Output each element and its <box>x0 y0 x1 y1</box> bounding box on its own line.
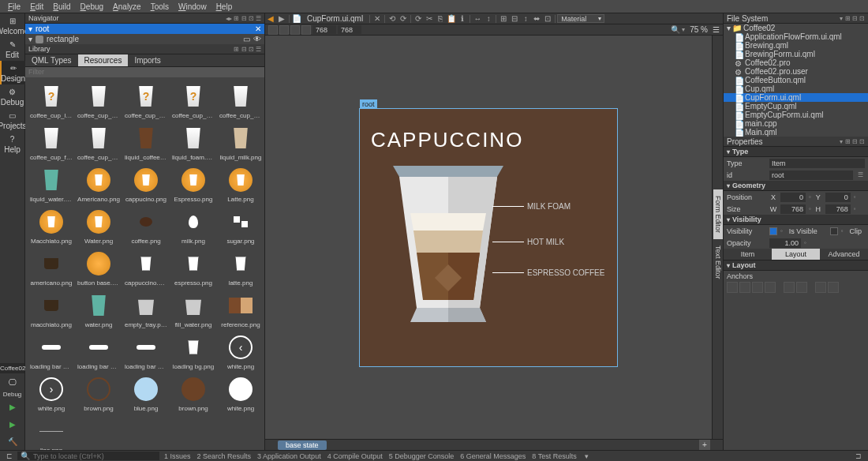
add-state-button[interactable]: + <box>699 440 710 451</box>
menu-debug[interactable]: Debug <box>76 2 108 11</box>
activity-welcome[interactable]: ⊞Welcome <box>0 13 25 37</box>
resource-item[interactable]: line.png <box>28 415 74 450</box>
resource-item[interactable]: coffee_cup_shadow.... <box>76 122 122 163</box>
output-tab[interactable]: 4 Compile Output <box>324 452 386 460</box>
fs-item[interactable]: 📄main.cpp <box>724 119 868 128</box>
state-item[interactable]: base state <box>278 440 327 450</box>
fs-item[interactable]: 📄CoffeeButton.qml <box>724 76 868 84</box>
locator-input[interactable] <box>33 452 156 460</box>
size-h[interactable]: 768 <box>825 204 851 214</box>
resource-item[interactable]: milk.png <box>170 206 216 246</box>
resource-item[interactable]: liquid_foam.png <box>170 122 216 163</box>
library-tab-qml-types[interactable]: QML Types <box>25 54 78 66</box>
navigator-search[interactable]: ▾ ✕ <box>25 24 264 34</box>
text-editor-tab[interactable]: Text Editor <box>713 239 723 286</box>
resource-item[interactable]: coffee_cup_coverplat... <box>170 81 216 121</box>
resource-item[interactable]: espresso.png <box>170 248 216 288</box>
resource-item[interactable]: coffee_cup_coverplat... <box>218 81 264 121</box>
menu-window[interactable]: Window <box>174 2 211 11</box>
resource-item[interactable]: empty_tray.png <box>123 290 169 330</box>
design-root[interactable]: root CAPPUCCINO <box>359 108 618 367</box>
height-field[interactable]: 768 <box>338 25 361 34</box>
resource-item[interactable]: loading bar 2.png <box>76 332 122 372</box>
resource-item[interactable]: ›white.png <box>28 373 74 414</box>
zoom-icon[interactable]: 🔍 <box>671 25 680 34</box>
resource-item[interactable]: reference.png <box>218 290 264 330</box>
resource-item[interactable]: coffee_cup_outline.p... <box>76 81 122 121</box>
menu-edit[interactable]: Edit <box>25 2 48 11</box>
resource-item[interactable]: fill_water.png <box>170 290 216 330</box>
resource-item[interactable]: loading bg.png <box>170 332 216 372</box>
menu-file[interactable]: File <box>3 2 25 11</box>
fs-root[interactable]: ▾📁Coffee02 <box>724 24 868 32</box>
ruler-btn[interactable] <box>268 25 278 35</box>
pos-y[interactable]: 0 <box>825 193 851 202</box>
run-button[interactable]: ▶ <box>0 398 25 415</box>
resource-item[interactable]: brown.png <box>76 373 122 414</box>
close-file-icon[interactable]: ✕ <box>372 13 383 24</box>
resource-item[interactable]: americano.png <box>28 248 74 288</box>
build-button[interactable]: 🔨 <box>0 433 25 450</box>
activity-projects[interactable]: ▭Projects <box>0 108 25 132</box>
visible-checkbox[interactable] <box>769 227 777 235</box>
filter-input[interactable] <box>28 68 261 76</box>
fs-item[interactable]: 📄CupForm.ui.qml <box>724 93 868 102</box>
id-field[interactable]: root <box>769 171 853 180</box>
library-tab-resources[interactable]: Resources <box>78 54 129 66</box>
resource-item[interactable]: liquid_coffee.png <box>123 122 169 163</box>
output-tab[interactable]: 3 Application Output <box>254 452 324 460</box>
toggle-sidebar-icon[interactable]: ⊏ <box>3 452 16 460</box>
resource-item[interactable]: Macchiato.png <box>28 206 74 246</box>
output-tab[interactable]: 5 Debugger Console <box>386 452 458 460</box>
style-combo[interactable]: Material <box>557 14 604 23</box>
resource-item[interactable]: white.png <box>218 373 264 414</box>
fs-item[interactable]: 📄ApplicationFlowForm.ui.qml <box>724 32 868 41</box>
type-section[interactable]: Type <box>724 147 868 157</box>
menu-analyze[interactable]: Analyze <box>108 2 146 11</box>
debug-mode-icon[interactable]: 🖵 <box>0 373 25 391</box>
fs-item[interactable]: 📄BrewingForm.ui.qml <box>724 50 868 58</box>
activity-debug[interactable]: ⚙Debug <box>0 84 25 108</box>
run-debug-button[interactable]: ▶ <box>0 415 25 433</box>
resource-item[interactable]: sugar.png <box>218 206 264 246</box>
width-field[interactable]: 768 <box>312 25 336 34</box>
resource-item[interactable]: macchiato.png <box>28 290 74 330</box>
fs-item[interactable]: 📄Main.qml <box>724 128 868 137</box>
geometry-section[interactable]: Geometry <box>724 181 868 191</box>
navigator-item[interactable]: ▾rectangle▭👁 <box>25 34 264 44</box>
design-canvas[interactable]: root CAPPUCCINO <box>265 36 712 439</box>
form-editor-tab[interactable]: Form Editor <box>713 189 723 239</box>
resource-item[interactable]: cappucino.png <box>123 164 169 204</box>
menu-help[interactable]: Help <box>211 2 238 11</box>
visibility-section[interactable]: Visibility <box>724 215 868 225</box>
resource-item[interactable]: liquid_water.png <box>28 164 74 204</box>
toggle-right-icon[interactable]: ⊐ <box>852 452 865 460</box>
resource-item[interactable]: coffee_cup_front.png <box>28 122 74 163</box>
resource-item[interactable]: water.png <box>76 290 122 330</box>
activity-edit[interactable]: ✎Edit <box>0 37 25 61</box>
resource-item[interactable]: button base.png <box>76 248 122 288</box>
resource-item[interactable]: blue.png <box>123 373 169 414</box>
nav-arrow-icon[interactable]: ◂▸ <box>226 15 232 22</box>
resource-item[interactable]: loading bar 3.png <box>123 332 169 372</box>
activity-help[interactable]: ?Help <box>0 132 25 156</box>
locator[interactable]: 🔍 <box>17 452 159 460</box>
pos-x[interactable]: 0 <box>780 193 806 202</box>
resource-item[interactable]: Latte.png <box>218 164 264 204</box>
prop-tab-layout[interactable]: Layout <box>772 249 820 260</box>
output-tab[interactable]: 8 Test Results <box>529 452 579 460</box>
activity-design[interactable]: ✏Design <box>0 61 25 84</box>
type-field[interactable]: Item <box>769 159 865 168</box>
fs-item[interactable]: 📄Brewing.qml <box>724 41 868 50</box>
menu-build[interactable]: Build <box>48 2 75 11</box>
resource-item[interactable]: brown.png <box>170 373 216 414</box>
resource-item[interactable]: Espresso.png <box>170 164 216 204</box>
fs-item[interactable]: ⚙Coffee02.pro.user <box>724 67 868 76</box>
fs-item[interactable]: 📄EmptyCup.qml <box>724 102 868 111</box>
resource-item[interactable]: ‹white.png <box>218 332 264 372</box>
resource-item[interactable]: coffee.png <box>123 206 169 246</box>
anchor-btn[interactable] <box>727 282 738 293</box>
navigator-search-input[interactable] <box>36 24 255 33</box>
resource-item[interactable]: coffee_cup_large.png <box>28 81 74 121</box>
opacity-field[interactable]: 1.00 <box>769 238 801 248</box>
